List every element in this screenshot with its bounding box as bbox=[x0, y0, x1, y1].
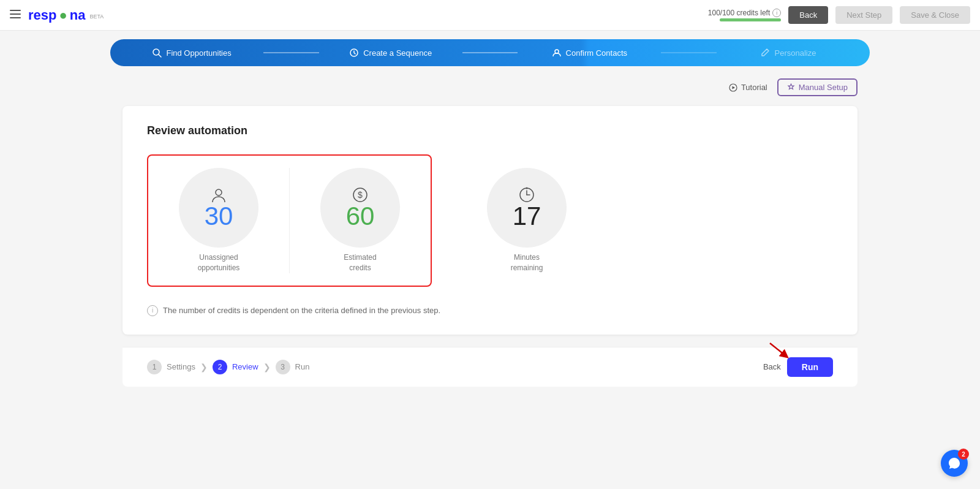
manual-setup-button[interactable]: Manual Setup bbox=[777, 78, 858, 96]
logo: resp●na BETA bbox=[28, 7, 104, 23]
step-item-review: 2 Review bbox=[213, 360, 258, 374]
step-arrow-2: ❯ bbox=[263, 362, 271, 372]
stat-minutes: 17 Minutesremaining bbox=[456, 156, 597, 286]
logo-text2: na bbox=[70, 7, 86, 23]
stats-row: 30 Unassignedopportunities $ 60 Estimate… bbox=[147, 154, 833, 287]
stat-circle-unassigned: 30 bbox=[179, 168, 258, 248]
svg-point-15 bbox=[526, 188, 528, 189]
step-item-settings: 1 Settings bbox=[147, 360, 195, 374]
svg-marker-8 bbox=[732, 86, 735, 89]
tutorial-button[interactable]: Tutorial bbox=[729, 83, 767, 92]
step-label-review: Review bbox=[232, 362, 258, 371]
run-button[interactable]: Run bbox=[787, 357, 833, 377]
svg-line-17 bbox=[770, 343, 785, 355]
step-num-1: 1 bbox=[147, 360, 162, 374]
logo-beta: BETA bbox=[89, 13, 104, 20]
card-title: Review automation bbox=[147, 124, 833, 137]
svg-line-4 bbox=[159, 55, 161, 57]
back-bottom-button[interactable]: Back bbox=[763, 362, 781, 371]
credits-text: 100/100 credits left bbox=[708, 9, 770, 17]
bottom-buttons: Back Run bbox=[763, 357, 833, 377]
progress-step-contacts[interactable]: Confirm Contacts bbox=[520, 48, 658, 58]
main-content: Tutorial Manual Setup Review automation bbox=[0, 66, 980, 387]
back-top-button[interactable]: Back bbox=[788, 6, 828, 24]
stat-label-minutes: Minutesremaining bbox=[511, 252, 543, 273]
logo-dot: ● bbox=[59, 7, 67, 23]
stats-highlighted-box: 30 Unassignedopportunities $ 60 Estimate… bbox=[147, 154, 432, 287]
svg-text:$: $ bbox=[358, 190, 363, 200]
progress-step-find[interactable]: Find Opportunities bbox=[123, 48, 261, 58]
stat-label-credits: Estimatedcredits bbox=[344, 252, 376, 273]
credits-info: 100/100 credits left i bbox=[708, 9, 781, 21]
stat-value-unassigned: 30 bbox=[205, 203, 233, 229]
step-item-run: 3 Run bbox=[276, 360, 310, 374]
progress-step-personalize[interactable]: Personalize bbox=[719, 48, 858, 58]
dollar-icon: $ bbox=[352, 186, 369, 203]
step-num-3: 3 bbox=[276, 360, 290, 374]
person-icon bbox=[210, 186, 227, 203]
step-arrow-1: ❯ bbox=[200, 362, 208, 372]
svg-rect-0 bbox=[10, 10, 21, 11]
bottom-section: 1 Settings ❯ 2 Review ❯ 3 Run bbox=[123, 347, 858, 387]
info-note: i The number of credits is dependent on … bbox=[147, 305, 833, 316]
progress-bar: Find Opportunities Create a Sequence Con… bbox=[110, 39, 870, 66]
stat-circle-minutes: 17 bbox=[487, 168, 567, 248]
step-label-run: Run bbox=[295, 362, 310, 371]
credits-bar bbox=[720, 18, 781, 21]
clock-icon bbox=[518, 186, 535, 203]
chat-bubble[interactable]: 2 bbox=[941, 450, 968, 477]
stat-value-minutes: 17 bbox=[513, 203, 541, 229]
progress-step-sequence[interactable]: Create a Sequence bbox=[322, 48, 460, 58]
navbar-right: 100/100 credits left i Back Next Step Sa… bbox=[708, 6, 970, 24]
step-num-2: 2 bbox=[213, 360, 227, 374]
credits-info-icon: i bbox=[772, 9, 781, 17]
stat-circle-credits: $ 60 bbox=[320, 168, 400, 248]
stat-label-unassigned: Unassignedopportunities bbox=[198, 252, 240, 273]
next-step-button[interactable]: Next Step bbox=[835, 6, 892, 24]
hamburger-icon[interactable] bbox=[10, 10, 21, 21]
stat-credits: $ 60 Estimatedcredits bbox=[290, 156, 431, 286]
red-arrow-indicator bbox=[767, 340, 791, 361]
svg-point-9 bbox=[216, 189, 222, 195]
svg-rect-1 bbox=[10, 13, 21, 15]
svg-point-6 bbox=[555, 50, 559, 53]
step-label-settings: Settings bbox=[167, 362, 195, 371]
chat-badge: 2 bbox=[958, 449, 969, 460]
step-indicators: 1 Settings ❯ 2 Review ❯ 3 Run bbox=[147, 360, 309, 374]
logo-text: resp bbox=[28, 7, 56, 23]
info-icon: i bbox=[147, 305, 158, 316]
credits-bar-fill bbox=[720, 18, 781, 21]
navbar: resp●na BETA 100/100 credits left i Back… bbox=[0, 0, 980, 31]
stat-value-credits: 60 bbox=[346, 203, 375, 229]
toolbar-row: Tutorial Manual Setup bbox=[123, 78, 858, 96]
review-card: Review automation 30 Unassignedopportuni… bbox=[123, 106, 858, 335]
svg-rect-2 bbox=[10, 17, 21, 18]
stat-unassigned: 30 Unassignedopportunities bbox=[148, 156, 289, 286]
save-close-button[interactable]: Save & Close bbox=[900, 6, 970, 24]
